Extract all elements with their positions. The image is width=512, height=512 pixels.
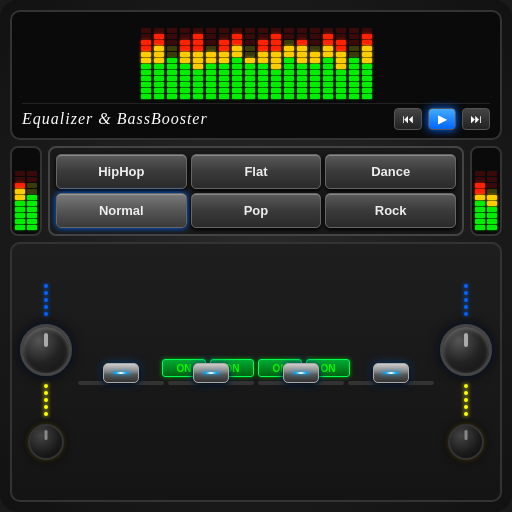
rled-dot-1 <box>464 284 468 288</box>
vu-bar-17 <box>349 28 359 99</box>
prev-button[interactable]: ⏮ <box>394 108 422 130</box>
fader-4[interactable] <box>348 381 434 385</box>
eq-display: Equalizer & BassBooster ⏮ ▶ ⏭ <box>10 10 502 140</box>
right-small-knob[interactable] <box>448 424 484 460</box>
left-level-meter <box>10 146 42 236</box>
left-large-knob[interactable] <box>20 324 72 376</box>
rled-dot-2 <box>464 291 468 295</box>
led-dot-3 <box>44 298 48 302</box>
right-large-knob[interactable] <box>440 324 492 376</box>
level-bar-right-1 <box>475 171 485 230</box>
vu-bar-9 <box>245 28 255 99</box>
rled-dot-3 <box>464 298 468 302</box>
vu-bar-3 <box>167 28 177 99</box>
fader-1[interactable] <box>78 381 164 385</box>
preset-grid: HipHop Flat Dance Normal Pop Rock <box>48 146 464 236</box>
faders-section: ON ON ON ON <box>78 359 434 385</box>
level-bar-left-2 <box>27 171 37 230</box>
led-dot-1 <box>44 284 48 288</box>
level-bar-right-2 <box>487 171 497 230</box>
preset-pop-button[interactable]: Pop <box>191 193 322 228</box>
next-icon: ⏭ <box>470 112 482 126</box>
fader-3-thumb[interactable] <box>283 363 319 383</box>
transport-controls: ⏮ ▶ ⏭ <box>394 108 490 130</box>
led-dot-y1 <box>44 384 48 388</box>
rled-dot-y1 <box>464 384 468 388</box>
vu-bar-14 <box>310 28 320 99</box>
rled-dot-y3 <box>464 398 468 402</box>
led-dot-y3 <box>44 398 48 402</box>
vu-bar-4 <box>180 28 190 99</box>
right-led-dots-top <box>464 284 468 316</box>
rled-dot-5 <box>464 312 468 316</box>
app-title: Equalizer & BassBooster <box>22 110 208 128</box>
vu-bar-15 <box>323 28 333 99</box>
preset-hiphop-button[interactable]: HipHop <box>56 154 187 189</box>
left-led-dots-mid <box>44 384 48 416</box>
led-dot-y4 <box>44 405 48 409</box>
vu-bar-7 <box>219 28 229 99</box>
led-dot-y2 <box>44 391 48 395</box>
vu-bar-11 <box>271 28 281 99</box>
play-icon: ▶ <box>438 112 447 126</box>
faders-row <box>78 381 434 385</box>
vu-bar-16 <box>336 28 346 99</box>
vu-bar-18 <box>362 28 372 99</box>
led-dot-2 <box>44 291 48 295</box>
vu-bar-2 <box>154 28 164 99</box>
play-button[interactable]: ▶ <box>428 108 456 130</box>
fader-1-thumb[interactable] <box>103 363 139 383</box>
rled-dot-y2 <box>464 391 468 395</box>
fader-2[interactable] <box>168 381 254 385</box>
rled-dot-y4 <box>464 405 468 409</box>
led-dot-4 <box>44 305 48 309</box>
preset-normal-button[interactable]: Normal <box>56 193 187 228</box>
preset-dance-button[interactable]: Dance <box>325 154 456 189</box>
fader-3[interactable] <box>258 381 344 385</box>
vu-bar-1 <box>141 28 151 99</box>
led-dot-5 <box>44 312 48 316</box>
knobs-faders-section: ON ON ON ON <box>10 242 502 502</box>
left-small-knob[interactable] <box>28 424 64 460</box>
prev-icon: ⏮ <box>402 112 414 126</box>
preset-rock-button[interactable]: Rock <box>325 193 456 228</box>
right-level-meter <box>470 146 502 236</box>
fader-4-thumb[interactable] <box>373 363 409 383</box>
eq-title-row: Equalizer & BassBooster ⏮ ▶ ⏭ <box>22 103 490 132</box>
right-led-dots-mid <box>464 384 468 416</box>
rled-dot-4 <box>464 305 468 309</box>
vu-bar-5 <box>193 28 203 99</box>
vu-bar-6 <box>206 28 216 99</box>
preset-flat-button[interactable]: Flat <box>191 154 322 189</box>
left-knobs <box>20 284 72 460</box>
led-dot-y5 <box>44 412 48 416</box>
fader-2-thumb[interactable] <box>193 363 229 383</box>
app-container: Equalizer & BassBooster ⏮ ▶ ⏭ <box>0 0 512 512</box>
left-led-dots-top <box>44 284 48 316</box>
middle-section: HipHop Flat Dance Normal Pop Rock <box>10 146 502 236</box>
rled-dot-y5 <box>464 412 468 416</box>
vu-bar-8 <box>232 28 242 99</box>
vu-bar-12 <box>284 28 294 99</box>
next-button[interactable]: ⏭ <box>462 108 490 130</box>
vu-bars <box>22 20 490 99</box>
vu-bar-13 <box>297 28 307 99</box>
vu-bar-10 <box>258 28 268 99</box>
right-knobs <box>440 284 492 460</box>
level-bar-left-1 <box>15 171 25 230</box>
